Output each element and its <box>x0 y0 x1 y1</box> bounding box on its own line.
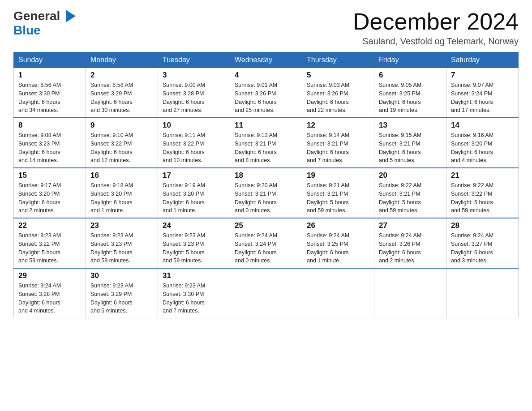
week-row-2: 8 Sunrise: 9:08 AMSunset: 3:23 PMDayligh… <box>14 118 519 168</box>
day-info: Sunrise: 9:01 AMSunset: 3:26 PMDaylight:… <box>235 81 297 115</box>
day-cell: 30 Sunrise: 9:23 AMSunset: 3:29 PMDaylig… <box>86 268 158 318</box>
logo-blue: Blue <box>13 23 41 37</box>
header-thursday: Thursday <box>302 52 374 68</box>
day-cell: 19 Sunrise: 9:21 AMSunset: 3:21 PMDaylig… <box>302 168 374 218</box>
day-cell: 16 Sunrise: 9:18 AMSunset: 3:20 PMDaylig… <box>86 168 158 218</box>
day-cell: 22 Sunrise: 9:23 AMSunset: 3:22 PMDaylig… <box>14 218 86 268</box>
day-cell: 21 Sunrise: 9:22 AMSunset: 3:22 PMDaylig… <box>446 168 519 218</box>
day-number: 23 <box>90 221 153 230</box>
day-info: Sunrise: 8:58 AMSunset: 3:29 PMDaylight:… <box>90 81 153 115</box>
day-number: 13 <box>379 121 442 130</box>
day-info: Sunrise: 9:23 AMSunset: 3:30 PMDaylight:… <box>163 282 225 315</box>
day-number: 14 <box>451 121 514 130</box>
day-number: 29 <box>18 271 81 280</box>
day-cell: 26 Sunrise: 9:24 AMSunset: 3:25 PMDaylig… <box>302 218 374 268</box>
header-sunday: Sunday <box>14 52 86 68</box>
header-monday: Monday <box>86 52 158 68</box>
day-cell: 14 Sunrise: 9:16 AMSunset: 3:20 PMDaylig… <box>446 118 519 168</box>
day-number: 10 <box>163 121 225 130</box>
day-info: Sunrise: 9:19 AMSunset: 3:20 PMDaylight:… <box>163 181 225 215</box>
calendar-table: Sunday Monday Tuesday Wednesday Thursday… <box>13 52 519 318</box>
day-number: 16 <box>90 171 153 180</box>
logo-arrow-icon <box>66 10 76 22</box>
day-number: 17 <box>163 171 225 180</box>
day-cell: 12 Sunrise: 9:14 AMSunset: 3:21 PMDaylig… <box>302 118 374 168</box>
day-number: 21 <box>451 171 514 180</box>
day-info: Sunrise: 9:23 AMSunset: 3:22 PMDaylight:… <box>18 231 81 265</box>
day-number: 2 <box>90 71 153 80</box>
day-number: 28 <box>451 221 514 230</box>
day-info: Sunrise: 9:24 AMSunset: 3:28 PMDaylight:… <box>18 282 81 315</box>
day-cell: 1 Sunrise: 8:56 AMSunset: 3:30 PMDayligh… <box>14 68 86 118</box>
day-number: 9 <box>90 121 153 130</box>
day-cell <box>302 268 374 318</box>
day-number: 12 <box>307 121 369 130</box>
day-info: Sunrise: 9:18 AMSunset: 3:20 PMDaylight:… <box>90 181 153 215</box>
day-info: Sunrise: 9:24 AMSunset: 3:25 PMDaylight:… <box>307 231 369 265</box>
header-tuesday: Tuesday <box>158 52 230 68</box>
day-info: Sunrise: 9:21 AMSunset: 3:21 PMDaylight:… <box>307 181 369 215</box>
week-row-5: 29 Sunrise: 9:24 AMSunset: 3:28 PMDaylig… <box>14 268 519 318</box>
header-row: Sunday Monday Tuesday Wednesday Thursday… <box>14 52 519 68</box>
day-number: 19 <box>307 171 369 180</box>
day-number: 3 <box>163 71 225 80</box>
day-cell: 8 Sunrise: 9:08 AMSunset: 3:23 PMDayligh… <box>14 118 86 168</box>
day-info: Sunrise: 9:07 AMSunset: 3:24 PMDaylight:… <box>451 81 514 115</box>
day-cell: 25 Sunrise: 9:24 AMSunset: 3:24 PMDaylig… <box>230 218 302 268</box>
header-friday: Friday <box>374 52 446 68</box>
page-header: General Blue December 2024 Sauland, Vest… <box>13 9 519 47</box>
day-info: Sunrise: 9:20 AMSunset: 3:21 PMDaylight:… <box>235 181 297 215</box>
day-info: Sunrise: 9:24 AMSunset: 3:27 PMDaylight:… <box>451 231 514 265</box>
day-info: Sunrise: 8:56 AMSunset: 3:30 PMDaylight:… <box>18 81 81 115</box>
day-number: 6 <box>379 71 442 80</box>
day-number: 8 <box>18 121 81 130</box>
day-cell: 7 Sunrise: 9:07 AMSunset: 3:24 PMDayligh… <box>446 68 519 118</box>
day-info: Sunrise: 9:23 AMSunset: 3:23 PMDaylight:… <box>90 231 153 265</box>
day-number: 22 <box>18 221 81 230</box>
day-cell <box>374 268 446 318</box>
day-cell: 24 Sunrise: 9:23 AMSunset: 3:23 PMDaylig… <box>158 218 230 268</box>
day-cell <box>446 268 519 318</box>
day-info: Sunrise: 9:22 AMSunset: 3:22 PMDaylight:… <box>451 181 514 215</box>
day-cell: 20 Sunrise: 9:22 AMSunset: 3:21 PMDaylig… <box>374 168 446 218</box>
day-info: Sunrise: 9:23 AMSunset: 3:23 PMDaylight:… <box>163 231 225 265</box>
logo-general: General <box>13 9 60 23</box>
day-info: Sunrise: 9:00 AMSunset: 3:28 PMDaylight:… <box>163 81 225 115</box>
day-cell: 13 Sunrise: 9:15 AMSunset: 3:21 PMDaylig… <box>374 118 446 168</box>
day-info: Sunrise: 9:10 AMSunset: 3:22 PMDaylight:… <box>90 131 153 165</box>
day-cell: 18 Sunrise: 9:20 AMSunset: 3:21 PMDaylig… <box>230 168 302 218</box>
logo: General Blue <box>13 9 76 38</box>
day-cell: 3 Sunrise: 9:00 AMSunset: 3:28 PMDayligh… <box>158 68 230 118</box>
day-number: 31 <box>163 271 225 280</box>
day-cell: 23 Sunrise: 9:23 AMSunset: 3:23 PMDaylig… <box>86 218 158 268</box>
day-cell: 2 Sunrise: 8:58 AMSunset: 3:29 PMDayligh… <box>86 68 158 118</box>
day-cell: 11 Sunrise: 9:13 AMSunset: 3:21 PMDaylig… <box>230 118 302 168</box>
day-info: Sunrise: 9:08 AMSunset: 3:23 PMDaylight:… <box>18 131 81 165</box>
day-number: 18 <box>235 171 297 180</box>
svg-marker-0 <box>66 10 76 22</box>
day-cell: 15 Sunrise: 9:17 AMSunset: 3:20 PMDaylig… <box>14 168 86 218</box>
day-info: Sunrise: 9:15 AMSunset: 3:21 PMDaylight:… <box>379 131 442 165</box>
day-number: 26 <box>307 221 369 230</box>
day-cell: 29 Sunrise: 9:24 AMSunset: 3:28 PMDaylig… <box>14 268 86 318</box>
day-info: Sunrise: 9:14 AMSunset: 3:21 PMDaylight:… <box>307 131 369 165</box>
day-cell: 6 Sunrise: 9:05 AMSunset: 3:25 PMDayligh… <box>374 68 446 118</box>
day-number: 24 <box>163 221 225 230</box>
day-info: Sunrise: 9:05 AMSunset: 3:25 PMDaylight:… <box>379 81 442 115</box>
header-saturday: Saturday <box>446 52 519 68</box>
location-subtitle: Sauland, Vestfold og Telemark, Norway <box>353 36 519 47</box>
month-title: December 2024 <box>353 9 519 34</box>
day-info: Sunrise: 9:11 AMSunset: 3:22 PMDaylight:… <box>163 131 225 165</box>
day-number: 25 <box>235 221 297 230</box>
day-cell: 9 Sunrise: 9:10 AMSunset: 3:22 PMDayligh… <box>86 118 158 168</box>
day-number: 20 <box>379 171 442 180</box>
day-number: 11 <box>235 121 297 130</box>
day-number: 4 <box>235 71 297 80</box>
day-number: 27 <box>379 221 442 230</box>
title-section: December 2024 Sauland, Vestfold og Telem… <box>353 9 519 47</box>
day-info: Sunrise: 9:16 AMSunset: 3:20 PMDaylight:… <box>451 131 514 165</box>
week-row-4: 22 Sunrise: 9:23 AMSunset: 3:22 PMDaylig… <box>14 218 519 268</box>
day-cell: 4 Sunrise: 9:01 AMSunset: 3:26 PMDayligh… <box>230 68 302 118</box>
header-wednesday: Wednesday <box>230 52 302 68</box>
day-number: 7 <box>451 71 514 80</box>
